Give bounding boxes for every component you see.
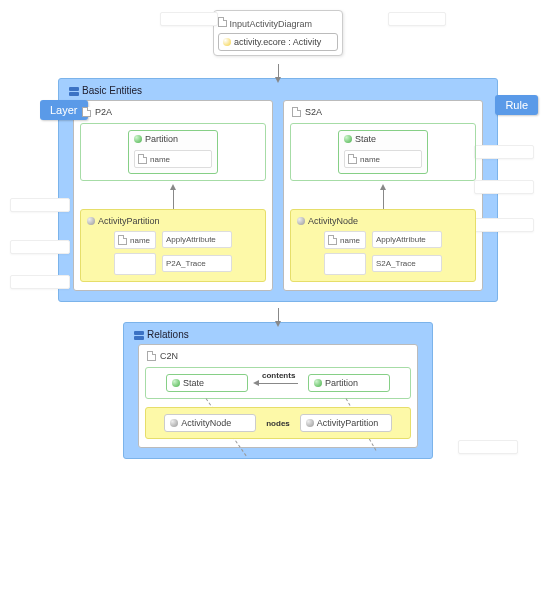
attribute-box: name — [134, 150, 212, 168]
attribute-box: name — [344, 150, 422, 168]
rule-title: P2A — [80, 105, 266, 123]
apply-title: ActivityNode — [297, 216, 469, 228]
apply-zone: ActivityPartition name ApplyAt — [80, 209, 266, 282]
class-icon — [314, 379, 322, 387]
attr-icon — [138, 154, 147, 164]
floating-label — [388, 12, 446, 26]
attr-icon — [328, 235, 337, 245]
entity-title-text: State — [183, 378, 204, 388]
class-grey-icon — [170, 419, 178, 427]
entity-title-text: Partition — [145, 134, 178, 144]
entity-state: State — [166, 374, 248, 392]
apply-attr-label: ApplyAttribute — [376, 235, 426, 244]
class-icon — [172, 379, 180, 387]
rule-title: C2N — [145, 349, 411, 367]
layer-icon — [69, 87, 79, 95]
floating-label — [10, 198, 70, 212]
basic-entities-layer: Basic Entities P2A Partition — [58, 78, 498, 302]
match-zone: State name — [290, 123, 476, 181]
class-icon — [134, 135, 142, 143]
edge-label: nodes — [266, 419, 290, 428]
entity-partition: Partition name — [128, 130, 218, 174]
arrow-down-icon — [278, 64, 279, 78]
apply-attribute-box: ApplyAttribute — [372, 231, 442, 248]
attr-text: name — [130, 236, 150, 245]
apply-col-left: name — [324, 228, 366, 275]
trace-text: P2A_Trace — [166, 259, 206, 268]
document-icon — [218, 17, 227, 27]
input-diagram-box: InputActivityDiagram activity.ecore : Ac… — [213, 10, 343, 56]
input-diagram-title-text: InputActivityDiagram — [230, 19, 313, 29]
attr-text: name — [150, 155, 170, 164]
apply-col-left: name — [114, 228, 156, 275]
entity-state: State name — [338, 130, 428, 174]
layer-title-text: Basic Entities — [82, 85, 142, 96]
entity-title-text: ActivityNode — [181, 418, 231, 428]
entity-partition: Partition — [308, 374, 390, 392]
trace-box: S2A_Trace — [372, 255, 442, 272]
apply-attribute-box: ApplyAttribute — [162, 231, 232, 248]
attr-icon — [348, 154, 357, 164]
match-row: State contents Partition — [152, 374, 404, 392]
layer-tag: Layer — [40, 100, 88, 120]
apply-row: name ApplyAttribute S2A_Trace — [297, 228, 469, 275]
floating-label — [10, 240, 70, 254]
apply-row: name ApplyAttribute P2A_Trace — [87, 228, 259, 275]
trace-box: P2A_Trace — [162, 255, 232, 272]
rule-title-text: P2A — [95, 107, 112, 117]
apply-row: ActivityNode nodes ActivityPartition — [152, 414, 404, 432]
layer-header: Relations — [132, 327, 424, 344]
attr-icon — [118, 235, 127, 245]
attribute-box: name — [114, 231, 156, 249]
rule-s2a: S2A State name — [283, 100, 483, 291]
edge-label: contents — [262, 371, 295, 380]
floating-label — [10, 275, 70, 289]
input-diagram-title: InputActivityDiagram — [218, 15, 338, 33]
apply-zone: ActivityNode name ApplyAttribu — [290, 209, 476, 282]
attr-text: name — [360, 155, 380, 164]
layer-icon — [134, 331, 144, 339]
entity-activity-node: ActivityNode — [164, 414, 256, 432]
entity-title-text: ActivityPartition — [317, 418, 379, 428]
model-icon — [223, 38, 231, 46]
match-zone: State contents Partition — [145, 367, 411, 399]
arrow-up-icon — [173, 189, 174, 209]
class-icon — [344, 135, 352, 143]
apply-zone: ActivityNode nodes ActivityPartition — [145, 407, 411, 439]
empty-slot — [114, 253, 156, 275]
floating-label — [474, 218, 534, 232]
rule-title-text: C2N — [160, 351, 178, 361]
rules-row: P2A Partition name — [67, 100, 489, 291]
trace-text: S2A_Trace — [376, 259, 416, 268]
layer-header: Basic Entities — [67, 83, 489, 100]
class-grey-icon — [87, 217, 95, 225]
class-grey-icon — [306, 419, 314, 427]
attribute-box: name — [324, 231, 366, 249]
rule-p2a: P2A Partition name — [73, 100, 273, 291]
rule-tag: Rule — [495, 95, 538, 115]
layer-title-text: Relations — [147, 329, 189, 340]
entity-activity-partition: ActivityPartition — [300, 414, 392, 432]
entity-title-text: State — [355, 134, 376, 144]
document-icon — [82, 107, 91, 117]
input-diagram-content: activity.ecore : Activity — [218, 33, 338, 51]
relations-layer: Relations C2N State contents Partition — [123, 322, 433, 459]
empty-slot — [324, 253, 366, 275]
match-zone: Partition name — [80, 123, 266, 181]
rule-title: S2A — [290, 105, 476, 123]
arrow-up-icon — [383, 189, 384, 209]
arrow-down-icon — [278, 308, 279, 322]
apply-title-text: ActivityNode — [308, 216, 358, 226]
floating-label — [160, 12, 218, 26]
entity-title-text: Partition — [325, 378, 358, 388]
apply-col-right: ApplyAttribute P2A_Trace — [162, 228, 232, 275]
rule-title-text: S2A — [305, 107, 322, 117]
entity-title: State — [344, 134, 422, 147]
document-icon — [147, 351, 156, 361]
floating-label — [474, 180, 534, 194]
floating-label — [474, 145, 534, 159]
input-diagram-content-text: activity.ecore : Activity — [234, 37, 321, 47]
floating-label — [458, 440, 518, 454]
entity-title: Partition — [134, 134, 212, 147]
diagram-root: InputActivityDiagram activity.ecore : Ac… — [10, 10, 546, 459]
